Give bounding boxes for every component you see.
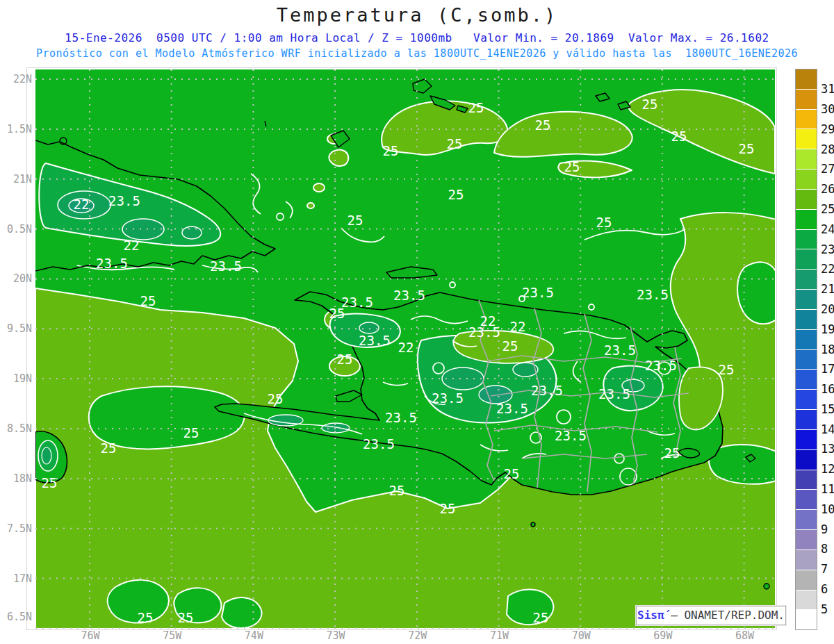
contour-label: 23.5 (359, 333, 391, 348)
contour-label: 23.5 (555, 428, 587, 443)
colorbar-segment (796, 570, 817, 591)
contour-label: 23.5 (645, 358, 677, 373)
colorbar-segment (796, 249, 817, 270)
model-info-line: Pronóstico con el Modelo Atmósferico WRF… (0, 47, 834, 60)
colorbar-segment (796, 210, 817, 230)
colorbar-tick-label: 7 (821, 562, 834, 576)
x-axis-label: 72W (395, 629, 440, 642)
contour-label: 25 (337, 352, 353, 367)
colorbar-segment (796, 190, 817, 210)
22-region (359, 322, 379, 333)
colorbar-segment (796, 310, 817, 330)
y-axis-label: 22N (0, 73, 32, 85)
contour-label: 25 (389, 483, 405, 498)
contour-label: 25 (42, 475, 58, 490)
colorbar-tick-label: 13 (821, 442, 834, 456)
colorbar-segment (796, 390, 817, 410)
watermark-box: Sisπ́ – ONAMET/REP.DOM. (636, 606, 786, 625)
colorbar-tick-label: 14 (821, 422, 834, 436)
x-axis-label: 75W (150, 629, 195, 642)
contour-label: 23.5 (108, 193, 140, 208)
colorbar-segment (796, 90, 817, 110)
cuba-22-region-2 (122, 219, 164, 240)
colorbar-tick-label: 25 (821, 202, 834, 216)
contour-label: 25 (183, 425, 199, 440)
colorbar-tick-label: 22 (821, 262, 834, 276)
contour-label: 25 (101, 440, 117, 456)
colorbar-segment (796, 591, 817, 611)
colorbar-segment (796, 230, 817, 250)
colorbar-tick-label: 23 (821, 242, 834, 256)
contour-label: 25 (448, 187, 464, 202)
contour-label: 23.5 (522, 285, 554, 300)
contour-label: 23.5 (385, 410, 417, 425)
colorbar-tick-label: 5 (821, 602, 834, 616)
y-axis-label: 1.5N (0, 123, 32, 135)
contour-label: 25 (642, 97, 658, 112)
contour-label: 25 (383, 143, 399, 158)
y-axis-label: 8.5N (0, 422, 32, 435)
contour-label: 23.5 (598, 386, 630, 402)
contour-label: 23.5 (363, 436, 395, 452)
colorbar-segment (796, 550, 817, 570)
x-axis-label: 71W (477, 629, 522, 642)
contour-label: 25 (447, 136, 463, 151)
colorbar-tick-label: 29 (821, 122, 834, 136)
colorbar-segment (796, 610, 817, 629)
y-axis-label: 9.5N (0, 322, 32, 335)
beata-island (531, 522, 535, 527)
contour-label: 25 (348, 213, 363, 228)
contour-label: 22 (74, 197, 90, 212)
y-axis-label: 18N (0, 472, 32, 485)
colorbar-tick-label: 19 (821, 322, 834, 336)
contour-label: 25 (664, 445, 680, 461)
page-title: Temperatura (C,somb.) (0, 4, 834, 26)
y-axis-label: 20N (0, 272, 32, 285)
contour-label: 23.5 (531, 383, 563, 398)
contour-label: 25 (138, 610, 154, 625)
contour-label: 23.5 (432, 390, 464, 406)
contour-label: 25 (671, 129, 687, 144)
contour-label: 23.5 (468, 324, 500, 340)
cuba-22-region-3 (182, 226, 202, 239)
colorbar-segment (796, 330, 817, 350)
contour-label: 23.5 (210, 258, 242, 274)
islet (764, 584, 769, 589)
colorbar-tick-label: 28 (821, 142, 834, 156)
contour-label: 23.5 (393, 288, 425, 303)
colorbar-segment (796, 290, 817, 310)
map-area: 252525252525252525252523.5222223.523.525… (35, 69, 775, 629)
colorbar-tick-label: 31 (821, 82, 834, 96)
contour-label: 25 (533, 610, 549, 625)
x-axis-label: 76W (68, 629, 113, 642)
y-axis-label: 7.5N (0, 522, 32, 535)
colorbar-tick-label: 15 (821, 402, 834, 416)
contour-label: 25 (502, 338, 518, 354)
contour-label: 22 (398, 340, 414, 355)
contour-label: 25 (564, 159, 580, 174)
colorbar-tick-label: 27 (821, 162, 834, 176)
colorbar-segment (796, 470, 817, 490)
colorbar-tick-label: 18 (821, 342, 834, 356)
colorbar-segment (796, 149, 817, 170)
colorbar-segment (796, 430, 817, 450)
contour-label: 25 (329, 306, 345, 321)
jamaica-22 (42, 447, 51, 464)
colorbar-segment (796, 270, 817, 290)
colorbar-segment (796, 370, 817, 390)
y-axis-label: 0.5N (0, 223, 32, 236)
colorbar-tick-label: 10 (821, 502, 834, 516)
x-axis-label: 74W (231, 629, 276, 642)
colorbar-tick-label: 16 (821, 382, 834, 396)
colorbar-segment (796, 170, 817, 190)
colorbar-tick-label: 21 (821, 282, 834, 296)
x-axis-label: 70W (559, 629, 603, 642)
colorbar-segment (796, 510, 817, 530)
temperature-contour-map: 252525252525252525252523.5222223.523.525… (35, 69, 775, 629)
colorbar-segment (796, 129, 817, 149)
colorbar-segment (796, 410, 817, 430)
contour-label: 25 (535, 117, 551, 133)
contour-label: 25 (596, 215, 612, 230)
colorbar-segment (796, 69, 817, 90)
colorbar-tick-label: 17 (821, 362, 834, 376)
